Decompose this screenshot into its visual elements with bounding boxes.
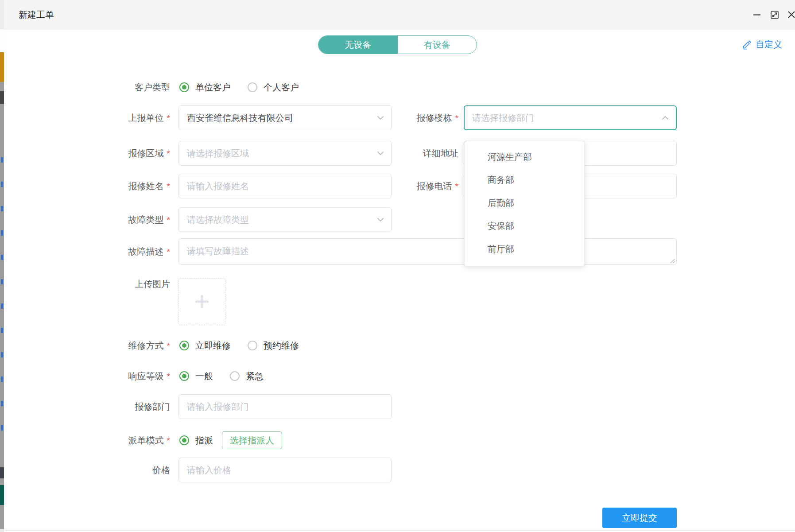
dispatch-mode-radio-group: 指派 选择指派人	[179, 428, 282, 453]
customer-type-radio-group: 单位客户 个人客户	[179, 75, 316, 100]
dispatch-mode-label: 派单模式*	[59, 428, 170, 453]
dropdown-option[interactable]: 后勤部	[465, 191, 584, 214]
repair-name-label: 报修姓名*	[59, 174, 170, 198]
resize-handle-icon[interactable]	[670, 258, 675, 264]
tab-no-device[interactable]: 无设备	[318, 36, 398, 54]
radio-assign[interactable]: 指派	[179, 435, 213, 447]
radio-circle[interactable]	[248, 341, 257, 350]
repair-area-label: 报修区域*	[59, 141, 170, 166]
repair-mode-label: 维修方式*	[59, 333, 170, 358]
radio-normal[interactable]: 一般	[179, 370, 213, 382]
background-page-sliver	[0, 0, 4, 532]
fault-desc-textarea[interactable]	[178, 238, 677, 265]
customize-link[interactable]: 自定义	[742, 35, 782, 53]
repair-mode-radio-group: 立即维修 预约维修	[179, 333, 316, 358]
radio-personal-customer[interactable]: 个人客户	[248, 82, 299, 93]
repair-department-input[interactable]	[178, 394, 392, 419]
repair-department-label: 报修部门	[59, 394, 170, 419]
response-level-radio-group: 一般 紧急	[179, 364, 280, 388]
dropdown-option[interactable]: 前厅部	[465, 237, 584, 260]
minimize-icon	[753, 11, 761, 19]
dropdown-option[interactable]: 商务部	[465, 168, 584, 191]
dialog-title: 新建工单	[19, 0, 54, 29]
dropdown-option[interactable]: 安保部	[465, 214, 584, 237]
choose-assignee-button[interactable]: 选择指派人	[222, 431, 282, 449]
response-level-label: 响应等级*	[59, 364, 170, 388]
upload-image-button[interactable]	[178, 278, 225, 325]
chevron-up-icon	[662, 116, 669, 120]
radio-urgent[interactable]: 紧急	[230, 370, 264, 382]
radio-circle[interactable]	[179, 371, 189, 381]
upload-image-label: 上传图片	[59, 272, 170, 296]
dialog-titlebar: 新建工单	[4, 0, 795, 29]
close-button[interactable]	[786, 9, 795, 20]
minimize-button[interactable]	[751, 9, 763, 20]
customer-type-label: 客户类型	[59, 75, 170, 100]
radio-circle[interactable]	[179, 435, 189, 445]
maximize-icon	[770, 10, 779, 19]
repair-building-select[interactable]: 请选择报修部门	[464, 105, 677, 130]
chevron-down-icon	[377, 217, 384, 222]
repair-building-dropdown: 河源生产部 商务部 后勤部 安保部 前厅部	[464, 141, 585, 266]
submit-button[interactable]: 立即提交	[602, 508, 677, 528]
close-icon	[787, 10, 795, 19]
radio-appointment-repair[interactable]: 预约维修	[248, 340, 299, 352]
fault-type-label: 故障类型*	[59, 207, 170, 232]
repair-building-label: 报修楼栋*	[343, 105, 458, 130]
tab-has-device[interactable]: 有设备	[398, 36, 477, 54]
device-tab-group: 无设备 有设备	[318, 35, 477, 54]
fault-type-select[interactable]: 请选择故障类型	[178, 207, 392, 232]
radio-circle[interactable]	[230, 371, 240, 381]
plus-icon	[194, 294, 210, 310]
repair-phone-label: 报修电话*	[343, 174, 458, 198]
price-label: 价格	[59, 458, 170, 482]
report-unit-label: 上报单位*	[59, 105, 170, 130]
customize-label: 自定义	[756, 39, 782, 50]
dialog-bottom-border	[4, 530, 795, 531]
radio-circle[interactable]	[179, 82, 189, 92]
radio-circle[interactable]	[179, 341, 189, 350]
radio-circle[interactable]	[248, 82, 257, 92]
radio-immediate-repair[interactable]: 立即维修	[179, 340, 231, 352]
dropdown-option[interactable]: 河源生产部	[465, 145, 584, 168]
fault-desc-label: 故障描述*	[59, 238, 170, 265]
radio-unit-customer[interactable]: 单位客户	[179, 82, 231, 93]
edit-icon	[742, 39, 752, 50]
detail-address-label: 详细地址	[343, 141, 458, 166]
price-input[interactable]	[178, 458, 392, 482]
maximize-button[interactable]	[769, 9, 780, 20]
fault-desc-wrapper	[178, 238, 677, 265]
